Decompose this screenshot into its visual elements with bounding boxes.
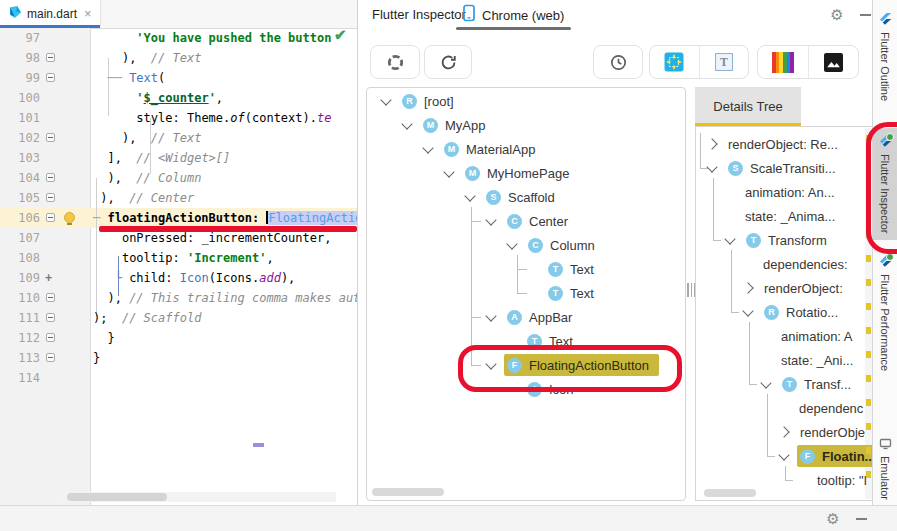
code-area[interactable]: 'You have pushed the button ), // Text ─…: [91, 28, 357, 505]
widget-tree-hscrollbar-thumb[interactable]: [372, 488, 444, 496]
chevron-down-icon[interactable]: [760, 377, 771, 388]
chevron-down-icon[interactable]: [742, 305, 753, 316]
details-tree-row[interactable]: TTransf...: [696, 372, 872, 396]
tab-main-dart[interactable]: main.dart ×: [0, 0, 101, 27]
code-line[interactable]: ), // Center: [93, 188, 194, 208]
tool-window-tab-flutter-performance[interactable]: Flutter Performance: [873, 248, 897, 378]
details-tree-row[interactable]: TTransform: [696, 228, 872, 252]
code-editor[interactable]: 979899100101102103104105106107108109+110…: [0, 28, 357, 505]
widget-tree-row[interactable]: FFloatingActionButton: [367, 353, 685, 377]
refresh-tree-icon[interactable]: [425, 46, 471, 78]
code-line[interactable]: ], // <Widget>[]: [93, 148, 230, 168]
tree-node[interactable]: SScaleTransiti...: [725, 157, 846, 179]
fold-marker-icon[interactable]: [46, 173, 55, 182]
tree-node[interactable]: CCenter: [504, 210, 578, 232]
tree-node[interactable]: tooltip: "I: [814, 469, 873, 491]
select-widget-mode-icon[interactable]: [371, 46, 419, 78]
tree-node[interactable]: TText: [545, 258, 604, 280]
tree-node[interactable]: TText: [524, 330, 583, 352]
code-line[interactable]: ), // Column: [93, 168, 201, 188]
fold-marker-icon[interactable]: [46, 313, 55, 322]
widget-tree-row[interactable]: TText: [367, 257, 685, 281]
fold-marker-icon[interactable]: [46, 73, 55, 82]
code-line[interactable]: ); // Scaffold: [93, 308, 201, 328]
tree-node[interactable]: TText: [545, 282, 604, 304]
chevron-down-icon[interactable]: [485, 310, 496, 321]
selected-tree-node[interactable]: FFloatin..: [797, 445, 873, 467]
settings-gear-icon[interactable]: ⚙: [828, 6, 846, 24]
settings-gear-icon[interactable]: ⚙: [824, 510, 842, 528]
tree-node[interactable]: SScaffold: [483, 186, 565, 208]
details-tree-row[interactable]: dependenc: [696, 396, 872, 420]
widget-tree-row[interactable]: MMyApp: [367, 113, 685, 137]
chevron-down-icon[interactable]: [485, 214, 496, 225]
tree-node[interactable]: TTransf...: [779, 373, 861, 395]
widget-tree-row[interactable]: MMyHomePage: [367, 161, 685, 185]
chevron-down-icon[interactable]: [443, 166, 454, 177]
details-hscrollbar-thumb[interactable]: [704, 489, 756, 497]
tree-node[interactable]: dependenc: [796, 397, 873, 419]
fold-marker-icon[interactable]: [46, 53, 55, 62]
editor-hscrollbar-thumb[interactable]: [67, 493, 167, 501]
code-line[interactable]: '$_counter',: [93, 88, 223, 108]
tree-node[interactable]: state: _Anima...: [742, 205, 845, 227]
fold-marker-icon[interactable]: [46, 353, 55, 362]
tree-node[interactable]: state: _Ani...: [778, 349, 863, 371]
chevron-down-icon[interactable]: [380, 94, 391, 105]
widget-tree-row[interactable]: MMaterialApp: [367, 137, 685, 161]
code-line[interactable]: 'You have pushed the button: [93, 28, 331, 48]
chevron-right-icon[interactable]: [742, 282, 753, 293]
details-tree-row[interactable]: state: _Ani...: [696, 348, 872, 372]
fold-marker-icon[interactable]: [46, 213, 55, 222]
details-tree-row[interactable]: SScaleTransiti...: [696, 156, 872, 180]
tree-node[interactable]: renderObje: [797, 421, 873, 443]
tab-chrome-web[interactable]: Chrome (web): [451, 0, 576, 30]
chevron-right-icon[interactable]: [778, 426, 789, 437]
details-tree-row[interactable]: renderObject:: [696, 276, 872, 300]
tab-details-tree[interactable]: Details Tree: [695, 87, 801, 126]
fold-marker-icon[interactable]: [46, 193, 55, 202]
repaint-rainbow-icon[interactable]: [758, 46, 808, 78]
fold-marker-icon[interactable]: [46, 293, 55, 302]
tree-node[interactable]: MMaterialApp: [441, 138, 545, 160]
code-line[interactable]: ── Text(: [93, 68, 165, 88]
show-text-baselines-icon[interactable]: T: [699, 46, 749, 78]
details-tree-row[interactable]: state: _Anima...: [696, 204, 872, 228]
widget-tree-row[interactable]: SScaffold: [367, 185, 685, 209]
widget-tree-row[interactable]: IIcon: [367, 377, 685, 401]
close-icon[interactable]: ×: [84, 7, 92, 20]
code-line[interactable]: ), // Text: [93, 128, 201, 148]
details-tree-row[interactable]: animation: An...: [696, 180, 872, 204]
debug-paint-icon[interactable]: [650, 46, 699, 78]
slow-animations-icon[interactable]: [594, 46, 642, 78]
code-line[interactable]: style: Theme.of(context).te: [93, 108, 331, 128]
minimize-icon[interactable]: [852, 510, 870, 528]
chevron-down-icon[interactable]: [706, 161, 717, 172]
intention-lightbulb-icon[interactable]: [64, 212, 75, 223]
widget-tree-row[interactable]: CCenter: [367, 209, 685, 233]
chevron-down-icon[interactable]: [724, 233, 735, 244]
tree-node[interactable]: TTransform: [743, 229, 837, 251]
chevron-down-icon[interactable]: [506, 238, 517, 249]
widget-tree-row[interactable]: TText: [367, 281, 685, 305]
tree-node[interactable]: R[root]: [399, 90, 464, 112]
details-tree-row[interactable]: RRotatio...: [696, 300, 872, 324]
tree-node[interactable]: renderObject: Re...: [725, 133, 848, 155]
code-line[interactable]: }: [93, 328, 115, 348]
chevron-down-icon[interactable]: [464, 190, 475, 201]
code-line[interactable]: └ child: Icon(Icons.add),: [93, 268, 295, 288]
tree-node[interactable]: MMyApp: [420, 114, 495, 136]
chevron-down-icon[interactable]: [485, 358, 496, 369]
code-line[interactable]: ─ floatingActionButton: FloatingActio: [93, 208, 357, 228]
tree-node[interactable]: animation: A: [778, 325, 863, 347]
widget-tree-row[interactable]: CColumn: [367, 233, 685, 257]
code-line[interactable]: }: [93, 348, 100, 368]
chevron-down-icon[interactable]: [422, 142, 433, 153]
tree-node[interactable]: renderObject:: [761, 277, 853, 299]
details-tree-row[interactable]: dependencies:: [696, 252, 872, 276]
widget-tree-row[interactable]: R[root]: [367, 89, 685, 113]
fold-marker-icon[interactable]: [46, 333, 55, 342]
details-tree-row[interactable]: animation: A: [696, 324, 872, 348]
tool-window-tab-flutter-outline[interactable]: Flutter Outline: [873, 6, 897, 108]
details-tree-row[interactable]: renderObject: Re...: [696, 132, 872, 156]
